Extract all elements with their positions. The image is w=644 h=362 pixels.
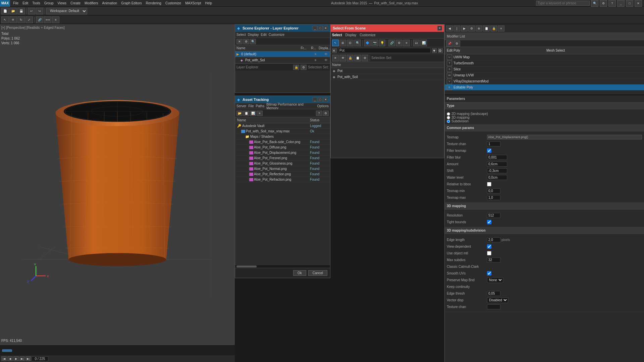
menu-group[interactable]: Group [43, 1, 55, 6]
3d-mapping-section-header[interactable]: 3D mapping [445, 203, 644, 209]
se-minimize-btn[interactable]: _ [313, 26, 317, 31]
menu-tools[interactable]: Tools [31, 1, 42, 6]
sfs-t2-3[interactable]: 🔒 [347, 55, 354, 61]
se-menu-display[interactable]: Display [248, 33, 259, 37]
frame-input[interactable] [32, 356, 48, 361]
tl-next-btn[interactable]: ▶| [19, 356, 25, 361]
sfs-menu-display[interactable]: Display [345, 33, 356, 37]
at-row-img-2[interactable]: Aloe_Pot_Diffuse.png Found [235, 145, 330, 150]
sfs-t2-4[interactable]: 📋 [354, 55, 361, 61]
at-tool-5[interactable]: ? [316, 111, 322, 116]
at-restore-btn[interactable]: □ [318, 97, 323, 102]
sfs-t2-2[interactable]: 👁 [339, 55, 346, 61]
sfs-t2-5[interactable]: ⚙ [362, 55, 368, 61]
at-tool-6[interactable]: ⚙ [323, 111, 329, 116]
rp-t1[interactable]: ◀ [446, 25, 453, 32]
radio-subdiv-input[interactable] [447, 120, 450, 123]
amount-input[interactable] [487, 162, 507, 167]
sfs-close-btn[interactable]: ✕ [437, 26, 442, 31]
save-btn[interactable]: 💾 [17, 8, 25, 14]
menu-create[interactable]: Create [69, 1, 82, 6]
menu-graph[interactable]: Graph Editors [119, 1, 144, 6]
move-btn[interactable]: ✛ [9, 16, 17, 23]
minimize-btn[interactable]: _ [617, 0, 625, 7]
scale-btn[interactable]: ⤢ [25, 16, 33, 23]
at-row-img-8[interactable]: Aloe_Pot_Refraction.png Found [235, 177, 330, 182]
mirror-btn[interactable]: ⟺ [44, 16, 51, 23]
mod-item-turbosmooth[interactable]: T TurboSmooth [445, 60, 644, 66]
sfs-menu-select[interactable]: Select [332, 33, 342, 37]
at-menu-file[interactable]: File [248, 104, 254, 108]
mod-item-slice[interactable]: S Slice [445, 66, 644, 72]
at-ok-btn[interactable]: Ok [293, 270, 306, 276]
at-minimize-btn[interactable]: _ [313, 97, 317, 102]
mod-item-unwrapuvw[interactable]: W Unwrap UVW [445, 72, 644, 78]
se-row-default[interactable]: ▶ 0 (default) ☀ 👁 [235, 51, 330, 57]
type-section-header[interactable]: Type [445, 103, 644, 109]
at-menu-paths[interactable]: Paths [256, 104, 265, 108]
sfs-tool-10[interactable]: ≡ [403, 40, 410, 46]
open-btn[interactable]: 📂 [9, 8, 17, 14]
new-btn[interactable]: 📄 [1, 8, 9, 14]
edit-poly-item[interactable]: Edit Poly [445, 47, 544, 54]
rp-t6[interactable]: 📋 [483, 25, 490, 32]
se-tool-3[interactable]: 🔍 [250, 39, 256, 44]
rp-t7[interactable]: 🔒 [490, 25, 497, 32]
menu-animation[interactable]: Animation [101, 1, 119, 6]
water-level-input[interactable] [487, 175, 507, 180]
at-tool-2[interactable]: 📋 [243, 111, 249, 116]
sfs-tool-5[interactable]: 🔷 [364, 40, 371, 46]
at-menu-bitmap[interactable]: Bitmap Performance and Memory [266, 103, 315, 110]
common-params-header[interactable]: Common params [445, 125, 644, 131]
texmap-min-input[interactable] [487, 188, 500, 193]
edge-length-input[interactable] [487, 237, 500, 242]
menu-help[interactable]: Help [203, 1, 214, 6]
se-restore-btn[interactable]: □ [318, 26, 323, 31]
viewport[interactable]: [+] [Perspective] [Realistic + Edged Fac… [0, 24, 235, 345]
se-tool-2[interactable]: ⚙ [243, 39, 249, 44]
rp-t5[interactable]: ⊕ [476, 25, 482, 32]
sfs-tool-11[interactable]: 🗂 [413, 40, 420, 46]
se-row-pot[interactable]: ◆ Pot_with_Sol ☀ 👁 [235, 57, 330, 63]
workspace-dropdown[interactable]: Workspace: Default [46, 8, 87, 14]
settings-btn[interactable]: ⚙ [600, 0, 607, 7]
menu-rendering[interactable]: Rendering [144, 1, 163, 6]
sfs-search-input[interactable] [338, 48, 431, 53]
mesh-select-item[interactable]: Mesh Select [544, 47, 644, 54]
menu-modifiers[interactable]: Modifiers [83, 1, 100, 6]
menu-edit[interactable]: Edit [21, 1, 30, 6]
rp-t3[interactable]: ▶ [461, 25, 468, 32]
se-close-btn[interactable]: ✕ [323, 26, 328, 31]
resolution-input[interactable] [487, 213, 500, 218]
sfs-t2-1[interactable]: ✕ [332, 55, 339, 61]
at-row-img-5[interactable]: Aloe_Pot_Glossiness.png Found [235, 161, 330, 166]
rp-t8[interactable]: ≡ [498, 25, 504, 32]
edge-thresh-input[interactable] [487, 291, 500, 296]
se-menu-customize[interactable]: Customize [269, 33, 284, 37]
timeline-track[interactable] [0, 346, 235, 355]
sfs-filter-btn[interactable]: ▼ [432, 48, 437, 53]
texture-chan-input-2[interactable] [487, 304, 500, 309]
use-obj-mtl-check[interactable] [487, 251, 491, 255]
menu-views[interactable]: Views [56, 1, 68, 6]
at-row-maxfile[interactable]: Pot_with_Soil_max_vray.max Ok [235, 129, 330, 134]
sfs-select-all-btn[interactable]: ↖ [332, 40, 339, 46]
preserve-map-select[interactable]: None [487, 277, 503, 283]
at-close-btn[interactable]: ✕ [323, 97, 328, 102]
at-row-img-4[interactable]: Aloe_Pot_Fresnel.png Found [235, 156, 330, 161]
at-row-maps-folder[interactable]: 📁 Maps / Shaders [235, 134, 330, 139]
layer-icon-2[interactable]: ⚙ [301, 65, 307, 70]
radio-3d-input[interactable] [447, 116, 450, 119]
select-btn[interactable]: ↖ [1, 16, 9, 23]
redo-btn[interactable]: ↪ [36, 8, 43, 14]
menu-customize[interactable]: Customize [164, 1, 183, 6]
at-row-img-1[interactable]: Aloe_Pot_Back-side_Color.png Found [235, 139, 330, 145]
tl-prev-btn[interactable]: ◀ [7, 356, 13, 361]
sfs-tool-8[interactable]: 🔗 [388, 40, 395, 46]
maximize-btn[interactable]: □ [626, 0, 633, 7]
sfs-tool-3[interactable]: ⊟ [347, 40, 354, 46]
sfs-tool-7[interactable]: 💡 [379, 40, 385, 46]
view-dep-check[interactable] [487, 244, 491, 249]
sfs-item-pot[interactable]: ◆ Pot [331, 68, 444, 74]
layer-icon-1[interactable]: 🔒 [293, 65, 299, 70]
